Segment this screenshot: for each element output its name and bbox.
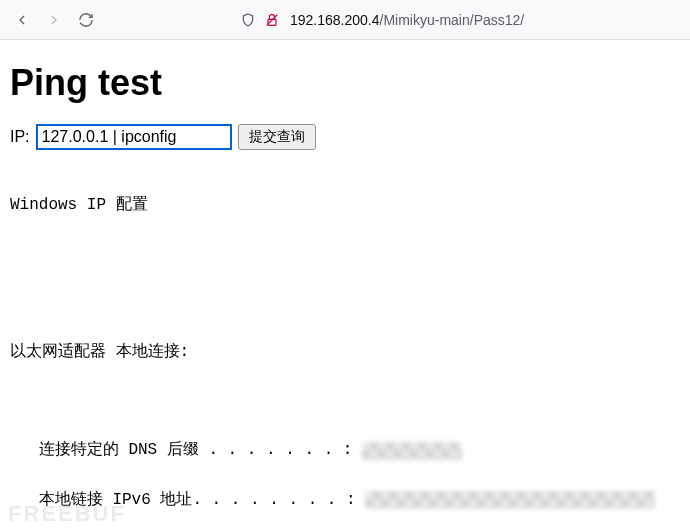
browser-toolbar: 192.168.200.4/Mimikyu-main/Pass12/: [0, 0, 690, 40]
redacted-value: [362, 442, 462, 460]
adapter-ethernet-title: 以太网适配器 本地连接:: [10, 340, 680, 365]
insecure-lock-icon[interactable]: [262, 10, 282, 30]
submit-button[interactable]: 提交查询: [238, 124, 316, 150]
redacted-value: [365, 491, 655, 509]
page-content: Ping test IP: 提交查询 Windows IP 配置 以太网适配器 …: [0, 40, 690, 529]
ip-input[interactable]: [36, 124, 232, 150]
url-host: 192.168.200.4: [290, 12, 380, 28]
url-path: /Mimikyu-main/Pass12/: [380, 12, 525, 28]
reload-button[interactable]: [72, 6, 100, 34]
address-bar[interactable]: 192.168.200.4/Mimikyu-main/Pass12/: [290, 12, 524, 28]
eth-ipv6-label: 本地链接 IPv6 地址. . . . . . . . :: [10, 488, 365, 513]
back-button[interactable]: [8, 6, 36, 34]
ip-label: IP:: [10, 128, 30, 146]
ping-form: IP: 提交查询: [10, 124, 680, 150]
page-title: Ping test: [10, 62, 680, 104]
forward-button[interactable]: [40, 6, 68, 34]
shield-icon[interactable]: [238, 10, 258, 30]
eth-dns-suffix-label: 连接特定的 DNS 后缀 . . . . . . . :: [10, 438, 362, 463]
command-output: Windows IP 配置 以太网适配器 本地连接: 连接特定的 DNS 后缀 …: [10, 168, 680, 529]
output-header: Windows IP 配置: [10, 193, 680, 218]
